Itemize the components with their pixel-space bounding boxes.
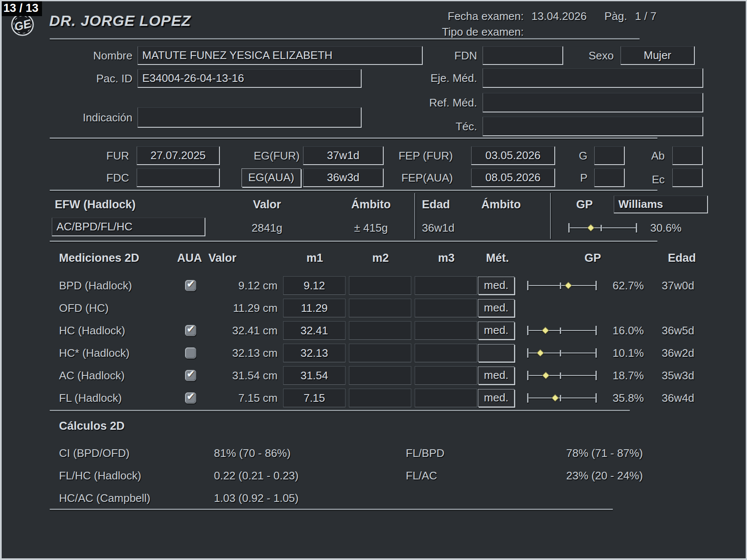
m3-field[interactable] bbox=[415, 344, 477, 362]
calc-value: 1.03 (0.92 - 1.05) bbox=[214, 492, 298, 505]
efw-percentile-bar bbox=[568, 222, 637, 233]
page-value: 1 / 7 bbox=[635, 10, 657, 23]
m2-field[interactable] bbox=[349, 344, 411, 362]
fdc-field[interactable] bbox=[137, 168, 220, 187]
measurement-value: 32.13 cm bbox=[201, 342, 278, 364]
aua-checkbox[interactable] bbox=[185, 280, 196, 291]
table-row: AC (Hadlock) 31.54 cm 31.54 med. 18.7% 3… bbox=[2, 365, 747, 386]
m1-field[interactable]: 7.15 bbox=[283, 389, 345, 407]
section-divider bbox=[50, 137, 657, 139]
doctor-name: DR. JORGE LOPEZ bbox=[49, 12, 191, 29]
med-button[interactable] bbox=[478, 344, 514, 362]
measurement-value: 9.12 cm bbox=[201, 275, 278, 296]
gravida-field[interactable] bbox=[594, 146, 625, 165]
section-divider bbox=[50, 190, 657, 191]
calc-value: 0.22 (0.21 - 0.23) bbox=[214, 469, 298, 482]
exam-date-value: 13.04.2026 bbox=[531, 10, 587, 23]
abortions-field[interactable] bbox=[672, 146, 703, 165]
exec-physician-field[interactable] bbox=[483, 68, 703, 88]
efw-col-ambito: Ámbito bbox=[337, 198, 405, 211]
calc-label: HC/AC (Campbell) bbox=[59, 492, 150, 505]
measurement-value: 7.15 cm bbox=[201, 387, 278, 409]
page-indicator: 13 / 13 bbox=[2, 1, 42, 16]
fur-label: FUR bbox=[65, 146, 129, 165]
m3-field[interactable] bbox=[415, 389, 477, 407]
ref-physician-field[interactable] bbox=[483, 93, 703, 112]
technician-field[interactable] bbox=[483, 117, 703, 136]
m1-field[interactable]: 31.54 bbox=[283, 366, 345, 385]
aua-checkbox[interactable] bbox=[185, 347, 196, 358]
ref-physician-label: Ref. Méd. bbox=[410, 93, 477, 112]
m1-field[interactable]: 32.41 bbox=[283, 321, 345, 340]
med-button[interactable]: med. bbox=[478, 277, 514, 294]
gp-value: 62.7% bbox=[599, 275, 644, 296]
measurement-value: 32.41 cm bbox=[201, 320, 278, 341]
med-button[interactable]: med. bbox=[478, 367, 514, 384]
fep-fur-field[interactable]: 03.05.2026 bbox=[471, 146, 555, 165]
med-button[interactable]: med. bbox=[478, 322, 514, 339]
table-row: BPD (Hadlock) 9.12 cm 9.12 med. 62.7% 37… bbox=[2, 275, 747, 296]
age-value: 37w0d bbox=[662, 275, 704, 296]
exam-type-label: Tipo de examen: bbox=[439, 25, 524, 39]
indication-field[interactable] bbox=[138, 107, 362, 128]
ectopic-field[interactable] bbox=[672, 168, 703, 187]
fep-fur-label: FEP (FUR) bbox=[389, 146, 453, 165]
efw-percentile: 30.6% bbox=[650, 218, 682, 237]
eg-aua-button[interactable]: EG(AUA) bbox=[242, 168, 301, 187]
gp-value: 35.8% bbox=[599, 387, 644, 409]
gp-method-field[interactable]: Williams bbox=[614, 196, 708, 213]
sex-label: Sexo bbox=[566, 46, 614, 65]
m2-field[interactable] bbox=[349, 299, 411, 317]
percentile-diamond-icon bbox=[587, 224, 595, 232]
para-field[interactable] bbox=[594, 168, 625, 187]
efw-col-gp: GP bbox=[570, 198, 598, 211]
percentile-diamond-icon bbox=[551, 395, 559, 402]
eg-fur-field[interactable]: 37w1d bbox=[303, 146, 384, 165]
aua-checkbox[interactable] bbox=[185, 325, 196, 336]
m3-field[interactable] bbox=[415, 321, 477, 340]
fdn-field[interactable] bbox=[483, 46, 563, 65]
measurement-label: HC (Hadlock) bbox=[59, 320, 125, 341]
calc-label: CI (BPD/OFD) bbox=[59, 447, 129, 460]
fdc-label: FDC bbox=[65, 168, 129, 187]
gp-value: 18.7% bbox=[599, 365, 644, 386]
efw-range: ± 415g bbox=[337, 218, 405, 237]
med-button[interactable]: med. bbox=[478, 299, 514, 317]
name-field[interactable]: MATUTE FUNEZ YESICA ELIZABETH bbox=[138, 46, 423, 65]
m3-field[interactable] bbox=[415, 276, 477, 295]
m1-field[interactable]: 9.12 bbox=[283, 276, 345, 295]
table-row: HC* (Hadlock) 32.13 cm 32.13 10.1% 36w2d bbox=[2, 342, 747, 364]
m3-field[interactable] bbox=[415, 366, 477, 385]
percentile-diamond-icon bbox=[564, 282, 572, 289]
fep-aua-label: FEP(AUA) bbox=[389, 168, 453, 187]
efw-formula-field[interactable]: AC/BPD/FL/HC bbox=[52, 218, 205, 236]
aua-checkbox[interactable] bbox=[185, 392, 196, 403]
m2-field[interactable] bbox=[349, 276, 411, 295]
section-divider bbox=[50, 410, 630, 411]
percentile-bar bbox=[527, 325, 597, 336]
calc-label: FL/HC (Hadlock) bbox=[59, 469, 141, 482]
percentile-bar bbox=[527, 347, 597, 358]
measurement-label: HC* (Hadlock) bbox=[59, 342, 129, 364]
column-divider bbox=[550, 193, 551, 239]
fur-field[interactable]: 27.07.2025 bbox=[137, 146, 220, 165]
m1-field[interactable]: 32.13 bbox=[283, 344, 345, 362]
patient-id-field[interactable]: E34004-26-04-13-16 bbox=[138, 69, 362, 88]
measurements-title: Mediciones 2D bbox=[59, 252, 139, 265]
percentile-diamond-icon bbox=[542, 327, 549, 334]
med-button[interactable]: med. bbox=[478, 389, 514, 407]
m3-field[interactable] bbox=[415, 299, 477, 317]
measurement-label: FL (Hadlock) bbox=[59, 387, 122, 409]
sex-field[interactable]: Mujer bbox=[621, 46, 695, 65]
m2-field[interactable] bbox=[349, 321, 411, 340]
table-row: HC (Hadlock) 32.41 cm 32.41 med. 16.0% 3… bbox=[2, 320, 747, 341]
aua-checkbox[interactable] bbox=[185, 370, 196, 381]
technician-label: Téc. bbox=[410, 117, 477, 136]
fep-aua-field[interactable]: 08.05.2026 bbox=[471, 168, 555, 187]
calc-label: FL/BPD bbox=[406, 447, 444, 460]
table-row: FL (Hadlock) 7.15 cm 7.15 med. 35.8% 36w… bbox=[2, 387, 747, 409]
m2-field[interactable] bbox=[349, 366, 411, 385]
m2-field[interactable] bbox=[349, 389, 411, 407]
eg-aua-field[interactable]: 36w3d bbox=[303, 168, 384, 187]
m1-field[interactable]: 11.29 bbox=[283, 299, 345, 317]
